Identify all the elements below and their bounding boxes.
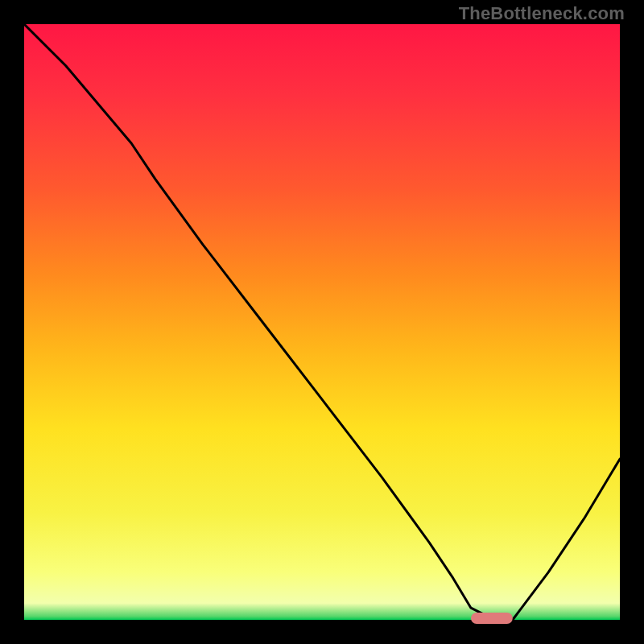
plot-background: [24, 24, 620, 620]
chart-stage: TheBottleneck.com: [0, 0, 644, 644]
bottleneck-chart: [0, 0, 644, 644]
optimal-marker: [471, 613, 513, 624]
